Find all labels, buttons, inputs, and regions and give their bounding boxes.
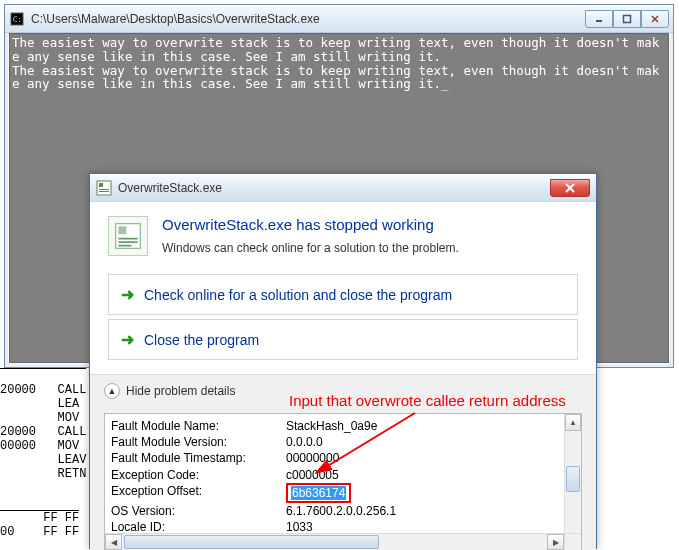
arrow-icon: ➜ [121, 285, 134, 304]
dialog-heading: OverwriteStack.exe has stopped working [162, 216, 578, 233]
dialog-big-icon [108, 216, 148, 256]
detail-row: Exception Code:c0000005 [111, 467, 575, 483]
detail-label: Fault Module Timestamp: [111, 450, 286, 466]
close-program-label: Close the program [144, 332, 259, 348]
check-online-button[interactable]: ➜ Check online for a solution and close … [108, 274, 578, 315]
detail-label: Exception Code: [111, 467, 286, 483]
detail-value: c0000005 [286, 467, 339, 483]
svg-rect-9 [99, 191, 109, 192]
maximize-button[interactable] [613, 10, 641, 28]
scroll-up-button[interactable]: ▲ [565, 414, 581, 431]
scroll-thumb[interactable] [566, 466, 580, 492]
detail-row: Fault Module Name:StackHash_0a9e [111, 418, 575, 434]
chevron-up-icon: ▲ [104, 383, 120, 399]
close-program-button[interactable]: ➜ Close the program [108, 319, 578, 360]
detail-label: OS Version: [111, 503, 286, 519]
annotation-text: Input that overwrote callee return addre… [289, 392, 566, 409]
dialog-titlebar[interactable]: OverwriteStack.exe [90, 174, 596, 202]
detail-value: 00000000 [286, 450, 339, 466]
svg-rect-13 [118, 226, 126, 234]
detail-label: Fault Module Name: [111, 418, 286, 434]
scroll-right-button[interactable]: ▶ [547, 534, 564, 550]
svg-rect-16 [118, 245, 131, 247]
arrow-icon: ➜ [121, 330, 134, 349]
exception-offset-highlight: 6b636174 [286, 483, 351, 503]
detail-row: Fault Module Version:0.0.0.0 [111, 434, 575, 450]
close-button[interactable] [641, 10, 669, 28]
console-title: C:\Users\Malware\Desktop\Basics\Overwrit… [31, 12, 585, 26]
check-online-label: Check online for a solution and close th… [144, 287, 452, 303]
dialog-title: OverwriteStack.exe [118, 181, 550, 195]
error-dialog: OverwriteStack.exe OverwriteStack.exe ha… [89, 173, 597, 549]
cmd-icon: C: [9, 11, 25, 27]
detail-row: Exception Offset:6b636174 [111, 483, 575, 503]
problem-details-panel: Fault Module Name:StackHash_0a9eFault Mo… [104, 413, 582, 550]
minimize-button[interactable] [585, 10, 613, 28]
console-titlebar[interactable]: C: C:\Users\Malware\Desktop\Basics\Overw… [5, 5, 673, 33]
scroll-left-button[interactable]: ◀ [105, 534, 122, 550]
svg-rect-8 [99, 189, 109, 190]
svg-text:C:: C: [13, 14, 22, 23]
detail-value: StackHash_0a9e [286, 418, 377, 434]
app-icon [96, 180, 112, 196]
svg-rect-15 [118, 241, 137, 243]
dialog-close-button[interactable] [550, 179, 590, 197]
detail-value: 6.1.7600.2.0.0.256.1 [286, 503, 396, 519]
detail-value: 0.0.0.0 [286, 434, 323, 450]
hscroll-thumb[interactable] [124, 535, 379, 549]
svg-rect-3 [624, 15, 631, 22]
detail-label: Exception Offset: [111, 483, 286, 503]
detail-value: 6b636174 [286, 483, 351, 503]
bg-disasm-2: FF FF 00 FF FF [0, 510, 79, 539]
detail-row: OS Version:6.1.7600.2.0.0.256.1 [111, 503, 575, 519]
dialog-subtext: Windows can check online for a solution … [162, 241, 578, 255]
bg-disasm-1: 20000 CALL LEA MOV 20000 CALL 00000 MOV … [0, 368, 86, 481]
svg-rect-14 [118, 238, 137, 240]
scroll-corner [564, 533, 581, 550]
detail-row: Fault Module Timestamp:00000000 [111, 450, 575, 466]
hide-details-label: Hide problem details [126, 384, 235, 398]
horizontal-scrollbar[interactable]: ◀ ▶ [105, 533, 564, 550]
svg-rect-7 [99, 183, 103, 187]
vertical-scrollbar[interactable]: ▲ ▼ [564, 414, 581, 550]
detail-label: Fault Module Version: [111, 434, 286, 450]
